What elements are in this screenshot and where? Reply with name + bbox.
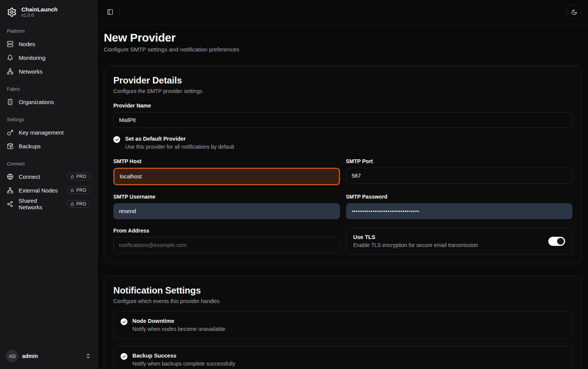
event-backup-success[interactable]: Backup Success Notify when backups compl… [113,346,572,369]
globe-icon [7,173,13,180]
smtp-password-field: SMTP Password [346,194,573,219]
main-area: New Provider Configure SMTP settings and… [98,0,588,369]
star-icon [70,188,74,193]
gear-logo-icon [6,6,18,18]
use-tls-toggle[interactable] [548,237,565,246]
smtp-host-label: SMTP Host [113,158,340,164]
provider-details-title: Provider Details [113,75,572,86]
checkbox-checked-icon[interactable] [113,136,120,143]
star-icon [70,175,74,179]
section-label-settings: Settings [7,117,90,122]
topbar-divider [119,9,119,16]
sidebar-item-label: Networks [19,68,43,75]
topbar [98,0,588,24]
sidebar-item-label: Nodes [19,41,35,47]
sidebar-item-shared-networks[interactable]: Shared Networks PRO [5,197,93,211]
provider-name-label: Provider Name [113,103,572,109]
event-label: Backup Success [132,353,235,359]
sidebar-item-label: Shared Networks [19,197,61,210]
network-icon [7,187,13,194]
sidebar-item-label: External Nodes [19,187,58,194]
page-subtitle: Configure SMTP settings and notification… [104,46,582,53]
panel-left-icon [107,9,113,15]
sidebar-item-backups[interactable]: Backups [5,139,93,153]
from-address-input[interactable] [113,237,340,253]
sidebar-item-networks[interactable]: Networks [5,64,93,78]
star-icon [70,202,74,206]
sidebar-item-label: Monitoring [19,55,45,61]
page-title: New Provider [104,31,582,44]
use-tls-label: Use TLS [353,234,543,240]
section-label-platform: Platform [7,29,90,34]
smtp-port-label: SMTP Port [346,158,573,164]
chevrons-up-down-icon [85,353,91,359]
provider-name-input[interactable] [113,112,572,128]
notification-settings-subtitle: Configure which events this provider han… [113,298,572,304]
user-menu[interactable]: AD admin [5,348,93,364]
pro-badge: PRO [67,173,90,180]
provider-details-subtitle: Configure the SMTP provider settings [113,88,572,94]
sidebar-item-label: Organizations [19,99,54,105]
smtp-password-label: SMTP Password [346,194,573,200]
sidebar-item-nodes[interactable]: Nodes [5,37,93,51]
sidebar-item-key-management[interactable]: Key management [5,125,93,139]
use-tls-description: Enable TLS encryption for secure email t… [353,242,543,248]
notification-settings-title: Notification Settings [113,285,572,296]
default-provider-description: Use this provider for all notifications … [125,144,234,150]
smtp-host-input[interactable] [113,168,340,185]
key-icon [7,129,13,136]
toggle-thumb [557,238,564,245]
smtp-username-field: SMTP Username [113,194,340,219]
checkbox-checked-icon[interactable] [121,353,127,360]
event-description: Notify when backups complete successfull… [132,361,235,367]
app-logo-row: ChainLaunch v1.0.0 [5,4,93,20]
app-version: v1.0.0 [21,13,58,18]
sidebar-toggle-button[interactable] [105,7,115,18]
sidebar-item-connect[interactable]: Connect PRO [5,170,93,183]
network-icon [7,68,13,75]
server-icon [7,41,13,47]
database-backup-icon [7,143,13,149]
section-label-fabric: Fabric [7,87,90,92]
sidebar-item-external-nodes[interactable]: External Nodes PRO [5,183,93,197]
sidebar-item-label: Connect [19,173,40,180]
smtp-host-field: SMTP Host [113,158,340,185]
moon-icon [571,9,577,15]
theme-toggle-button[interactable] [567,5,581,19]
smtp-port-field: SMTP Port [346,158,573,184]
from-address-label: From Address [113,228,340,234]
pro-badge: PRO [67,200,90,208]
default-provider-checkbox-row[interactable]: Set as Default Provider Use this provide… [113,136,572,150]
sidebar-item-monitoring[interactable]: Monitoring [5,51,93,64]
default-provider-label: Set as Default Provider [125,136,234,142]
event-description: Notify when nodes become unavailable [132,326,226,332]
app-name: ChainLaunch [21,6,58,13]
pro-badge: PRO [67,186,90,194]
provider-details-card: Provider Details Configure the SMTP prov… [104,66,582,264]
checkbox-checked-icon[interactable] [121,318,127,325]
building-icon [7,99,13,105]
avatar: AD [6,350,18,362]
bell-icon [7,55,13,61]
event-label: Node Downtime [132,318,226,324]
sidebar-item-organizations[interactable]: Organizations [5,95,93,109]
sidebar-item-label: Backups [19,143,41,149]
provider-name-field: Provider Name [113,103,572,128]
user-name: admin [22,353,38,359]
smtp-password-input[interactable] [346,203,573,219]
use-tls-panel: Use TLS Enable TLS encryption for secure… [346,228,573,255]
notification-settings-card: Notification Settings Configure which ev… [104,276,582,369]
section-label-connect: Connect [7,161,90,167]
smtp-username-label: SMTP Username [113,194,340,200]
page-content: New Provider Configure SMTP settings and… [98,24,588,369]
sidebar-item-label: Key management [19,129,64,136]
share-icon [7,201,13,207]
from-address-field: From Address [113,228,340,253]
sidebar: ChainLaunch v1.0.0 Platform Nodes Monito… [0,0,98,369]
smtp-username-input[interactable] [113,203,340,219]
smtp-port-input[interactable] [346,168,573,184]
event-node-downtime[interactable]: Node Downtime Notify when nodes become u… [113,311,572,339]
